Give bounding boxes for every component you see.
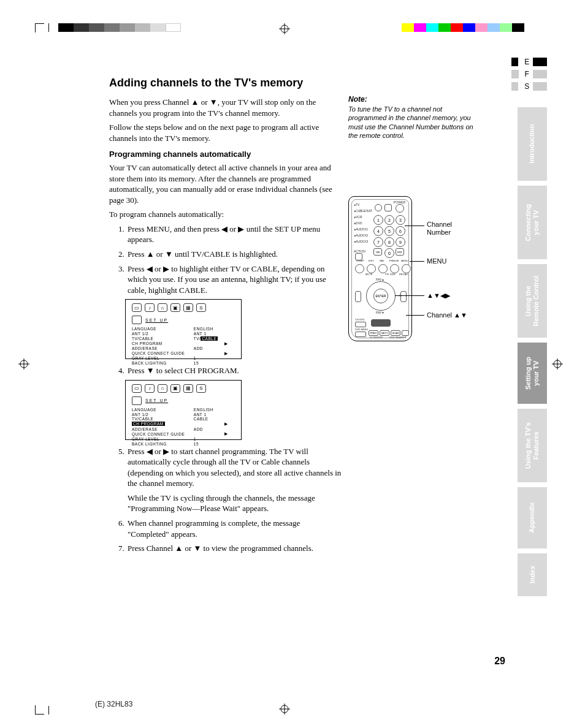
section-tab: Using the TV'sFeatures — [518, 409, 547, 482]
note-body: To tune the TV to a channel not programm… — [348, 105, 477, 140]
step-item: Press ◀ or ▶ to start channel programmin… — [126, 446, 342, 514]
osd-icon: ⌂ — [158, 384, 167, 393]
section-tab: Connectingyour TV — [518, 186, 547, 259]
registration-mark-icon — [279, 703, 290, 715]
section-tab: Using theRemote Control — [518, 264, 547, 338]
page-number: 29 — [494, 656, 505, 667]
page-content: Adding channels to the TV's memory When … — [109, 77, 483, 558]
osd-icon: ♪ — [145, 384, 155, 393]
footer-model: (E) 32HL83 — [95, 700, 132, 708]
osd-icon: ▦ — [183, 384, 193, 393]
osd-icon: ▭ — [132, 384, 142, 393]
language-tabs: E F S — [509, 56, 547, 93]
lang-tab-s: S — [509, 81, 547, 92]
crop-mark — [35, 23, 44, 32]
callout-channel-updown: Channel ▲▼ — [427, 311, 467, 319]
osd-figure-1: ▭ ♪ ⌂ ▣ ▦ S SET UP LANGUAGEENGLISHANT 1/… — [125, 299, 242, 359]
lang-tab-e: E — [509, 56, 547, 67]
osd-icon: ▦ — [183, 303, 193, 312]
section-tab: Setting upyour TV — [518, 343, 547, 404]
body-paragraph: To program channels automatically: — [109, 209, 342, 220]
remote-figure: ●TV ●CABLE/SAT ●VCR ●DVD ●AUDIO/1 ●AUDIO… — [348, 196, 489, 341]
intro-paragraph: When you press Channel ▲ or ▼, your TV w… — [109, 97, 342, 118]
step-item: When channel programming is complete, th… — [126, 518, 342, 539]
step-note: While the TV is cycling through the chan… — [128, 493, 342, 514]
step-item: Press Channel ▲ or ▼ to view the program… — [126, 543, 342, 554]
osd-icon-row: ▭ ♪ ⌂ ▣ ▦ S — [132, 303, 235, 312]
lang-tab-f: F — [509, 69, 547, 80]
section-tabs: IntroductionConnectingyour TVUsing theRe… — [518, 107, 547, 601]
crop-mark — [35, 705, 44, 715]
note-heading: Note: — [348, 95, 477, 104]
remote-outline: ●TV ●CABLE/SAT ●VCR ●DVD ●AUDIO/1 ●AUDIO… — [348, 196, 412, 341]
page-title: Adding channels to the TV's memory — [109, 77, 483, 89]
subheading: Programming channels automatically — [109, 150, 342, 159]
registration-mark-icon — [552, 358, 563, 370]
osd-figure-2: ▭ ♪ ⌂ ▣ ▦ S SET UP LANGUAGEENGLISHANT 1/… — [125, 380, 242, 440]
note-box: Note: To tune the TV to a channel not pr… — [348, 95, 477, 140]
osd-title: SET UP — [145, 318, 168, 322]
osd-icon: ♪ — [145, 303, 155, 312]
tv-icon — [132, 396, 142, 405]
callout-channel-number: Channel Number — [427, 221, 452, 237]
step-item: Press ◀ or ▶ to highlight either TV or C… — [126, 264, 342, 296]
osd-icon: ▣ — [170, 384, 180, 393]
section-tab: Appendix — [518, 487, 547, 548]
osd-title: SET UP — [145, 398, 168, 403]
osd-icon: ▭ — [132, 303, 142, 312]
tv-icon — [132, 316, 142, 324]
osd-icon: ▣ — [170, 303, 180, 312]
osd-icon-row: ▭ ♪ ⌂ ▣ ▦ S — [132, 384, 235, 393]
step-item: Press MENU, and then press ◀ or ▶ until … — [126, 224, 342, 245]
callout-arrows: ▲▼◀▶ — [427, 292, 450, 300]
crop-mark — [48, 706, 50, 715]
registration-mark-icon — [18, 358, 29, 370]
step-item: Press ▲ or ▼ until TV/CABLE is highlight… — [126, 249, 342, 260]
intro-paragraph: Follow the steps below and on the next p… — [109, 122, 342, 143]
callout-menu: MENU — [427, 257, 446, 265]
section-tab: Index — [518, 553, 547, 596]
osd-icon: ⌂ — [158, 303, 167, 312]
osd-icon: S — [196, 303, 206, 312]
color-bar — [58, 23, 524, 32]
crop-mark — [48, 23, 50, 32]
section-tab: Introduction — [518, 107, 547, 181]
body-paragraph: Your TV can automatically detect all act… — [109, 162, 342, 205]
step-item: Press ▼ to select CH PROGRAM. — [126, 365, 342, 376]
osd-icon: S — [196, 384, 206, 393]
registration-mark-icon — [279, 23, 290, 34]
